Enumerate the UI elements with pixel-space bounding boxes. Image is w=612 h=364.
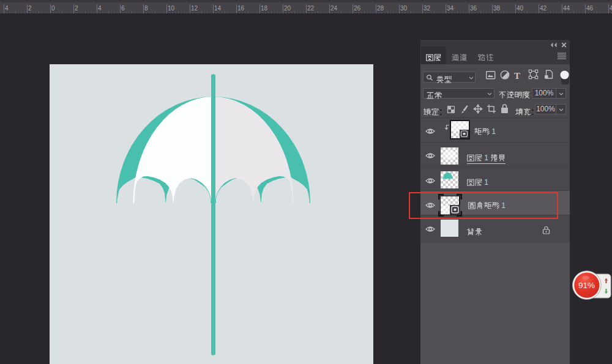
svg-text:2: 2: [28, 5, 32, 12]
svg-text:91%: 91%: [578, 281, 595, 290]
svg-text:14: 14: [214, 5, 222, 12]
svg-text:16: 16: [237, 5, 245, 12]
svg-text:4: 4: [98, 5, 102, 12]
svg-text:28: 28: [377, 5, 384, 12]
svg-text:12: 12: [191, 5, 198, 12]
svg-text:22: 22: [307, 5, 315, 12]
svg-text:4: 4: [5, 5, 9, 12]
svg-text:40: 40: [517, 5, 524, 12]
svg-text:32: 32: [424, 5, 431, 12]
svg-text:10: 10: [168, 5, 175, 12]
svg-text:20: 20: [284, 5, 291, 12]
svg-text:36: 36: [470, 5, 477, 12]
svg-text:34: 34: [447, 5, 454, 12]
svg-text:38: 38: [493, 5, 501, 12]
svg-text:48: 48: [610, 5, 612, 12]
svg-text:24: 24: [330, 5, 338, 12]
svg-text:18: 18: [261, 5, 268, 12]
svg-text:26: 26: [354, 5, 361, 12]
svg-text:46: 46: [586, 5, 594, 12]
svg-text:2: 2: [75, 5, 78, 12]
svg-text:44: 44: [563, 5, 570, 12]
svg-text:0: 0: [51, 5, 55, 12]
svg-text:6: 6: [121, 5, 125, 12]
svg-text:42: 42: [540, 5, 547, 12]
svg-text:8: 8: [144, 5, 148, 12]
svg-text:30: 30: [400, 5, 408, 12]
